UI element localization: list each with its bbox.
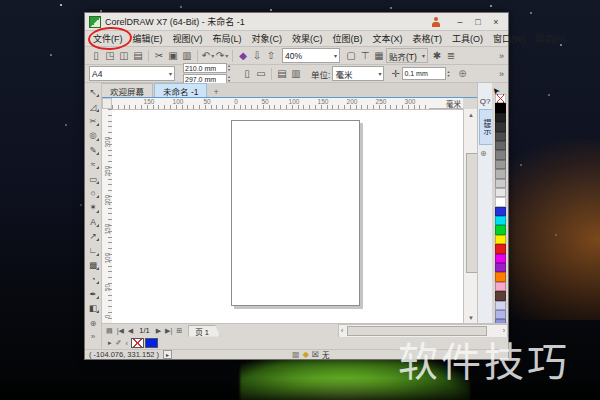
- menu-item-view[interactable]: 视图(V): [168, 30, 208, 47]
- menu-item-edit[interactable]: 编辑(E): [128, 30, 168, 47]
- palette-swatch[interactable]: [495, 197, 506, 206]
- page-size-preset-combobox[interactable]: A4 ▾: [89, 66, 175, 81]
- palette-swatch[interactable]: [495, 141, 506, 150]
- zoom-level-combobox[interactable]: 40% ▾: [282, 48, 340, 63]
- snap-to-dropdown[interactable]: 贴齐(T) ▾: [386, 48, 428, 63]
- property-bar-overflow-button[interactable]: »: [499, 69, 504, 79]
- palette-swatch[interactable]: [495, 244, 506, 253]
- menu-item-window[interactable]: 窗口(W): [488, 30, 531, 47]
- close-button[interactable]: ×: [488, 15, 504, 28]
- ellipse-tool[interactable]: ○: [86, 186, 100, 200]
- scroll-up-icon[interactable]: ▲: [464, 109, 478, 120]
- palette-swatch[interactable]: [495, 122, 506, 131]
- portrait-button[interactable]: ▯: [240, 67, 254, 81]
- palette-swatch[interactable]: [495, 207, 506, 216]
- palette-swatch[interactable]: [495, 103, 506, 112]
- interactive-fill-tool[interactable]: ◧: [86, 301, 100, 315]
- application-border-icon[interactable]: ≣: [444, 49, 458, 63]
- copy-icon[interactable]: ▣: [166, 49, 180, 63]
- document-navigator-icon[interactable]: ▤: [104, 327, 115, 335]
- nudge-offset-field[interactable]: 0.1 mm: [402, 67, 446, 80]
- palette-swatch[interactable]: [495, 150, 506, 159]
- maximize-button[interactable]: □: [470, 15, 486, 28]
- palette-swatch[interactable]: [495, 113, 506, 122]
- palette-swatch[interactable]: [495, 282, 506, 291]
- palette-swatch[interactable]: [495, 132, 506, 141]
- page-width-field[interactable]: 210.0 mm: [183, 63, 227, 73]
- tab-untitled-1[interactable]: 未命名 -1: [154, 83, 207, 97]
- drawing-canvas[interactable]: [112, 109, 463, 324]
- dimension-tool[interactable]: ↗: [86, 229, 100, 243]
- palette-swatch[interactable]: [495, 301, 506, 310]
- toolbar-overflow-button[interactable]: »: [499, 51, 504, 61]
- palette-swatch[interactable]: [495, 225, 506, 234]
- add-page-button[interactable]: ⊞: [174, 327, 184, 335]
- palette-swatch[interactable]: [495, 179, 506, 188]
- add-tools-button[interactable]: ⊕: [90, 319, 97, 328]
- sign-in-user-icon[interactable]: [430, 16, 442, 28]
- coordinates-flyout-button[interactable]: ▸: [163, 350, 172, 359]
- palette-swatch[interactable]: [495, 216, 506, 225]
- ruler-origin-box[interactable]: [102, 98, 112, 109]
- menu-item-layout[interactable]: 布局(L): [208, 30, 247, 47]
- menu-item-effects[interactable]: 效果(C): [287, 30, 328, 47]
- crop-tool[interactable]: ✂: [86, 114, 100, 128]
- rectangle-tool[interactable]: ▭: [86, 171, 100, 185]
- add-property-button[interactable]: ⊕: [455, 67, 469, 81]
- undo-icon[interactable]: ↶▾: [201, 49, 215, 63]
- import-icon[interactable]: ⇩: [250, 49, 264, 63]
- quick-customize-icon[interactable]: ⊕: [480, 149, 487, 158]
- minimize-button[interactable]: –: [452, 15, 468, 28]
- title-bar[interactable]: CorelDRAW X7 (64-Bit) - 未命名 -1 – □ ×: [85, 13, 508, 31]
- tab-welcome-screen[interactable]: 欢迎屏幕: [101, 83, 153, 97]
- page-tab-1[interactable]: 页 1: [188, 325, 220, 337]
- polygon-tool[interactable]: ✶: [86, 200, 100, 214]
- options-icon[interactable]: ✱: [430, 49, 444, 63]
- show-grid-icon[interactable]: ▦: [372, 49, 386, 63]
- palette-scroll-icon[interactable]: ‹: [123, 340, 129, 347]
- scroll-down-icon[interactable]: ▼: [464, 312, 478, 323]
- palette-swatch[interactable]: [495, 291, 506, 300]
- toolbox-overflow-button[interactable]: »: [91, 332, 95, 341]
- nudge-spinner[interactable]: ▴▾: [447, 70, 449, 78]
- menu-item-bitmaps[interactable]: 位图(B): [328, 30, 368, 47]
- scroll-left-icon[interactable]: ‹: [339, 327, 345, 334]
- menu-item-tools[interactable]: 工具(O): [447, 30, 488, 47]
- connector-tool[interactable]: ∟: [86, 243, 100, 257]
- palette-swatch[interactable]: [495, 310, 506, 319]
- export-icon[interactable]: ⇧: [264, 49, 278, 63]
- palette-swatch[interactable]: [495, 254, 506, 263]
- menu-item-help[interactable]: 帮助(H): [531, 30, 572, 47]
- drop-shadow-tool[interactable]: ▩: [86, 258, 100, 272]
- width-spinner[interactable]: ▴▾: [228, 64, 230, 72]
- zoom-tool[interactable]: ◎: [86, 128, 100, 142]
- text-tool[interactable]: A: [86, 215, 100, 229]
- launcher-icon[interactable]: ◆: [236, 49, 250, 63]
- fullscreen-preview-icon[interactable]: ▢: [344, 49, 358, 63]
- no-color-swatch[interactable]: [131, 338, 144, 348]
- palette-swatch[interactable]: [495, 272, 506, 281]
- new-document-icon[interactable]: ▯: [89, 49, 103, 63]
- last-page-button[interactable]: ▶|: [163, 327, 174, 335]
- shape-tool[interactable]: ◿: [86, 99, 100, 113]
- palette-swatch[interactable]: [495, 169, 506, 178]
- paste-icon[interactable]: ▥: [180, 49, 194, 63]
- current-page-button[interactable]: ▥: [289, 67, 303, 81]
- chevron-down-icon[interactable]: ▾: [211, 52, 214, 59]
- flyout-arrow-icon[interactable]: ▸: [106, 339, 114, 347]
- units-combobox[interactable]: 毫米 ▾: [332, 66, 384, 81]
- chevron-down-icon[interactable]: ▾: [225, 52, 228, 59]
- menu-item-file[interactable]: 文件(F): [88, 30, 128, 47]
- eyedropper-icon[interactable]: ✐: [114, 339, 124, 347]
- hints-icon[interactable]: Q?: [479, 95, 491, 107]
- menu-item-object[interactable]: 对象(C): [247, 30, 288, 47]
- all-pages-button[interactable]: ▤: [275, 67, 289, 81]
- document-color-swatch[interactable]: [145, 338, 158, 348]
- cut-icon[interactable]: ✂: [152, 49, 166, 63]
- show-rulers-icon[interactable]: ⊤: [358, 49, 372, 63]
- palette-swatch[interactable]: [495, 235, 506, 244]
- transparency-tool[interactable]: ◔: [86, 272, 100, 286]
- height-spinner[interactable]: ▴▾: [228, 75, 230, 83]
- document-page[interactable]: [231, 120, 360, 306]
- color-eyedropper-tool[interactable]: ✒: [86, 286, 100, 300]
